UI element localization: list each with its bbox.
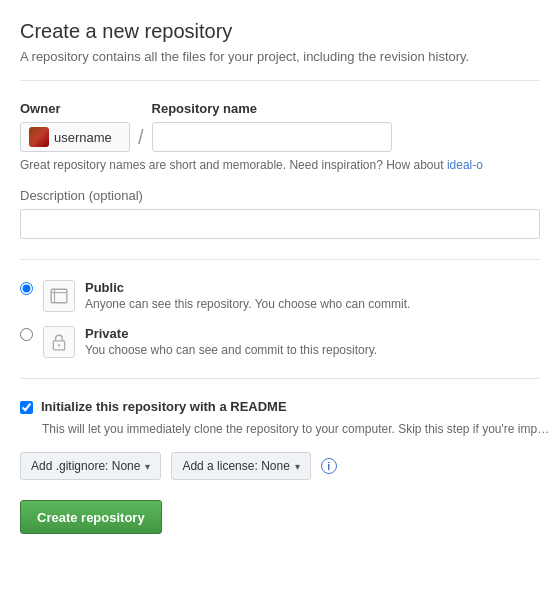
repo-name-hint: Great repository names are short and mem…	[20, 158, 540, 172]
hint-link[interactable]: ideal-o	[447, 158, 483, 172]
private-icon	[43, 326, 75, 358]
page-title: Create a new repository	[20, 20, 540, 43]
owner-name: username	[54, 130, 112, 145]
repo-name-label: Repository name	[152, 101, 392, 116]
initialize-label: Initialize this repository with a README	[41, 399, 287, 414]
private-desc: You choose who can see and commit to thi…	[85, 343, 377, 357]
public-option: Public Anyone can see this repository. Y…	[20, 280, 540, 312]
gitignore-value: None	[112, 459, 141, 473]
svg-rect-0	[51, 289, 67, 303]
info-icon[interactable]: i	[321, 458, 337, 474]
avatar	[29, 127, 49, 147]
owner-label: Owner	[20, 101, 130, 116]
gitignore-dropdown[interactable]: Add .gitignore: None ▾	[20, 452, 161, 480]
license-label: Add a license:	[182, 459, 257, 473]
initialize-checkbox[interactable]	[20, 401, 33, 414]
public-desc: Anyone can see this repository. You choo…	[85, 297, 410, 311]
create-repository-button[interactable]: Create repository	[20, 500, 162, 534]
gitignore-label: Add .gitignore:	[31, 459, 108, 473]
svg-point-4	[58, 344, 60, 346]
public-radio[interactable]	[20, 282, 33, 295]
description-input[interactable]	[20, 209, 540, 239]
private-option: Private You choose who can see and commi…	[20, 326, 540, 358]
initialize-row: Initialize this repository with a README	[20, 399, 540, 414]
initialize-desc: This will let you immediately clone the …	[42, 420, 552, 438]
public-icon	[43, 280, 75, 312]
dropdown-row: Add .gitignore: None ▾ Add a license: No…	[20, 452, 540, 480]
page-subtitle: A repository contains all the files for …	[20, 49, 540, 64]
private-label: Private	[85, 326, 377, 341]
repo-name-input[interactable]	[152, 122, 392, 152]
license-dropdown[interactable]: Add a license: None ▾	[171, 452, 310, 480]
license-arrow-icon: ▾	[295, 461, 300, 472]
gitignore-arrow-icon: ▾	[145, 461, 150, 472]
slash-divider: /	[130, 122, 152, 152]
private-radio[interactable]	[20, 328, 33, 341]
description-label: Description (optional)	[20, 188, 540, 203]
owner-dropdown[interactable]: username	[20, 122, 130, 152]
license-value: None	[261, 459, 290, 473]
public-label: Public	[85, 280, 410, 295]
